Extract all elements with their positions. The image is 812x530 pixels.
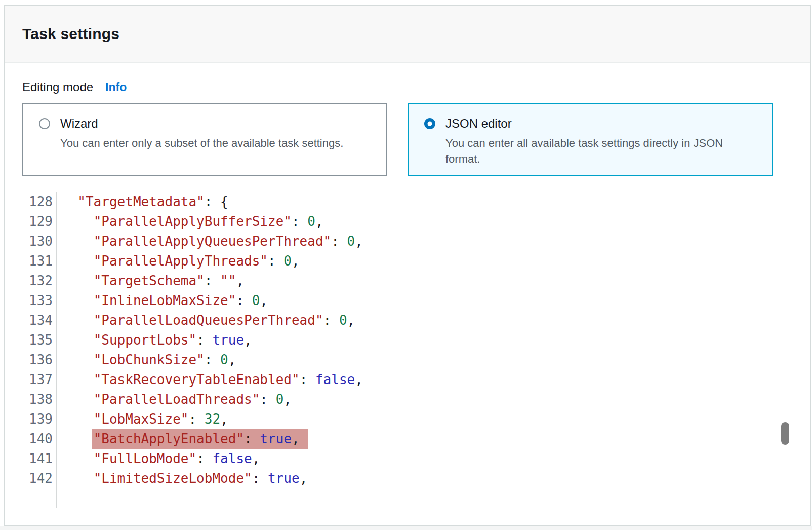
code-line-content: "ParallelApplyThreads": 0, — [57, 251, 300, 271]
task-settings-container: Task settings Editing mode Info Wizard Y… — [4, 5, 811, 526]
tile-wizard-head: Wizard — [39, 117, 374, 131]
line-number: 135 — [5, 330, 53, 350]
tile-json-editor-description: You can enter all available task setting… — [445, 135, 754, 167]
container-header: Task settings — [5, 6, 810, 63]
container-body: Editing mode Info Wizard You can enter o… — [5, 63, 810, 508]
json-code-editor[interactable]: 128 "TargetMetadata": {129 "ParallelAppl… — [5, 192, 793, 508]
code-line-content: "LobMaxSize": 32, — [57, 409, 228, 429]
tile-json-editor-head: JSON editor — [424, 117, 759, 131]
line-number: 136 — [5, 350, 53, 370]
code-line[interactable]: 137 "TaskRecoveryTableEnabled": false, — [5, 370, 793, 390]
line-number: 142 — [5, 469, 53, 488]
code-line[interactable]: 130 "ParallelApplyQueuesPerThread": 0, — [5, 232, 793, 251]
info-link[interactable]: Info — [105, 81, 127, 94]
line-number: 133 — [5, 291, 53, 311]
line-number: 141 — [5, 449, 53, 469]
line-number: 129 — [5, 212, 53, 232]
highlighted-code-text: "BatchApplyEnabled": true, — [92, 429, 308, 449]
line-number: 134 — [5, 311, 53, 330]
code-line-content: "ParallelLoadThreads": 0, — [57, 390, 292, 409]
code-line-content: "ParallelLoadQueuesPerThread": 0, — [57, 311, 355, 330]
code-line[interactable]: 135 "SupportLobs": true, — [5, 330, 793, 350]
code-line-content: "TargetSchema": "", — [57, 271, 244, 291]
editing-mode-tiles: Wizard You can enter only a subset of th… — [22, 103, 793, 176]
code-line[interactable]: 139 "LobMaxSize": 32, — [5, 409, 793, 429]
tile-json-editor[interactable]: JSON editor You can enter all available … — [408, 103, 773, 176]
line-number: 140 — [5, 429, 53, 449]
code-line[interactable]: 138 "ParallelLoadThreads": 0, — [5, 390, 793, 409]
code-line[interactable]: 128 "TargetMetadata": { — [5, 192, 793, 212]
editing-mode-label: Editing mode — [22, 80, 93, 94]
code-line-content: "ParallelApplyBufferSize": 0, — [57, 212, 323, 232]
json-editor-radio-icon[interactable] — [424, 118, 435, 129]
code-line-content: "TargetMetadata": { — [57, 192, 228, 212]
code-line[interactable]: 131 "ParallelApplyThreads": 0, — [5, 251, 793, 271]
code-line-content — [57, 488, 62, 508]
code-line-content: "FullLobMode": false, — [57, 449, 260, 469]
editing-mode-row: Editing mode Info — [22, 80, 793, 94]
line-number: 137 — [5, 370, 53, 390]
code-line-content: "SupportLobs": true, — [57, 330, 252, 350]
line-number: 139 — [5, 409, 53, 429]
line-number: 131 — [5, 251, 53, 271]
wizard-radio-icon[interactable] — [39, 118, 50, 129]
line-number: 132 — [5, 271, 53, 291]
code-line-content: "LimitedSizeLobMode": true, — [57, 469, 307, 488]
code-line-content: "TaskRecoveryTableEnabled": false, — [57, 370, 363, 390]
code-line[interactable]: 133 "InlineLobMaxSize": 0, — [5, 291, 793, 311]
page-title: Task settings — [22, 25, 119, 43]
tile-json-editor-label: JSON editor — [445, 117, 512, 131]
line-number: 130 — [5, 232, 53, 251]
tile-wizard-description: You can enter only a subset of the avail… — [60, 135, 369, 151]
tile-wizard-label: Wizard — [60, 117, 98, 131]
code-line-content: "LobChunkSize": 0, — [57, 350, 236, 370]
code-line-content: "BatchApplyEnabled": true, — [57, 429, 308, 449]
task-settings-page: Task settings Editing mode Info Wizard Y… — [0, 0, 812, 530]
tile-wizard[interactable]: Wizard You can enter only a subset of th… — [22, 103, 387, 176]
code-line[interactable]: 140 "BatchApplyEnabled": true, — [5, 429, 793, 449]
code-line[interactable]: 141 "FullLobMode": false, — [5, 449, 793, 469]
code-line[interactable]: 129 "ParallelApplyBufferSize": 0, — [5, 212, 793, 232]
code-line[interactable]: 134 "ParallelLoadQueuesPerThread": 0, — [5, 311, 793, 330]
code-line-content: "InlineLobMaxSize": 0, — [57, 291, 268, 311]
line-number: 128 — [5, 192, 53, 212]
code-line[interactable] — [5, 488, 793, 508]
code-line-content: "ParallelApplyQueuesPerThread": 0, — [57, 232, 363, 251]
line-number: 138 — [5, 390, 53, 409]
line-number — [5, 488, 53, 508]
code-lines: 128 "TargetMetadata": {129 "ParallelAppl… — [5, 192, 793, 508]
code-line[interactable]: 132 "TargetSchema": "", — [5, 271, 793, 291]
page-bottom-strip — [0, 526, 812, 530]
code-line[interactable]: 136 "LobChunkSize": 0, — [5, 350, 793, 370]
vertical-scrollbar-thumb[interactable] — [781, 422, 789, 445]
code-line[interactable]: 142 "LimitedSizeLobMode": true, — [5, 469, 793, 488]
